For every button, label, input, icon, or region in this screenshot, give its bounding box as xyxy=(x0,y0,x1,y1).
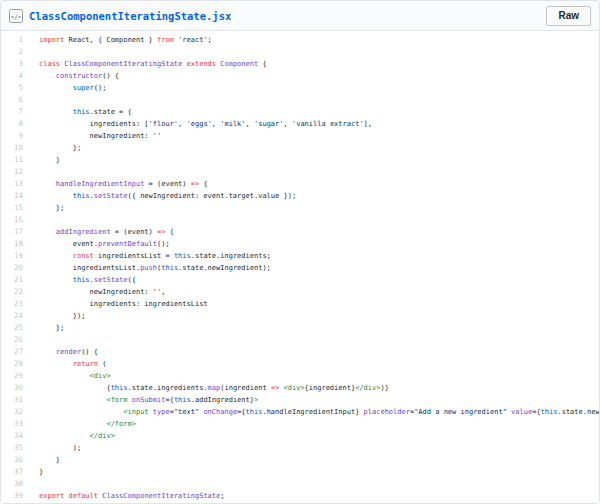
line-number[interactable]: 9 xyxy=(1,130,31,142)
code-line: 16 xyxy=(1,214,599,226)
code-text: addIngredient = (event) => { xyxy=(31,226,174,238)
line-number[interactable]: 20 xyxy=(1,262,31,274)
code-text: </form> xyxy=(31,418,136,430)
line-number[interactable]: 15 xyxy=(1,202,31,214)
line-number[interactable]: 10 xyxy=(1,142,31,154)
code-text: }; xyxy=(31,202,64,214)
line-number[interactable]: 19 xyxy=(1,250,31,262)
line-number[interactable]: 6 xyxy=(1,94,31,106)
svg-text:</>: </> xyxy=(11,12,22,19)
line-number[interactable]: 18 xyxy=(1,238,31,250)
code-line: 17 addIngredient = (event) => { xyxy=(1,226,599,238)
code-line: 20 ingredientsList.push(this.state.newIn… xyxy=(1,262,599,274)
line-number[interactable]: 7 xyxy=(1,106,31,118)
code-line: 23 ingredients: ingredientsList xyxy=(1,298,599,310)
code-line: 3class ClassComponentIteratingState exte… xyxy=(1,58,599,70)
code-text: }; xyxy=(31,142,81,154)
line-number[interactable]: 36 xyxy=(1,454,31,466)
code-text: this.setState({ xyxy=(31,274,136,286)
line-number[interactable]: 30 xyxy=(1,382,31,394)
line-number[interactable]: 21 xyxy=(1,274,31,286)
code-line: 11 } xyxy=(1,154,599,166)
code-line: 12 xyxy=(1,166,599,178)
line-number[interactable]: 17 xyxy=(1,226,31,238)
line-number[interactable]: 13 xyxy=(1,178,31,190)
code-line: 2 xyxy=(1,46,599,58)
code-text: ingredients: ingredientsList xyxy=(31,298,208,310)
line-number[interactable]: 38 xyxy=(1,478,31,490)
code-text: } xyxy=(31,466,43,478)
line-number[interactable]: 31 xyxy=(1,394,31,406)
code-text: super(); xyxy=(31,82,106,94)
file-viewer: </> ClassComponentIteratingState.jsx Raw… xyxy=(0,0,600,504)
code-line: 1import React, { Component } from 'react… xyxy=(1,34,599,46)
line-number[interactable]: 5 xyxy=(1,82,31,94)
line-number[interactable]: 32 xyxy=(1,406,31,418)
code-text: }; xyxy=(31,322,64,334)
code-text: render() { xyxy=(31,346,98,358)
code-text: <div> xyxy=(31,370,111,382)
code-text: return ( xyxy=(31,358,106,370)
code-text xyxy=(31,94,39,106)
code-text: this.state = { xyxy=(31,106,132,118)
file-header: </> ClassComponentIteratingState.jsx Raw xyxy=(1,1,599,31)
line-number[interactable]: 24 xyxy=(1,310,31,322)
code-line: 31 <form onSubmit={this.addIngredient}> xyxy=(1,394,599,406)
code-line: 39export default ClassComponentIterating… xyxy=(1,490,599,502)
code-line: 19 const ingredientsList = this.state.in… xyxy=(1,250,599,262)
line-number[interactable]: 16 xyxy=(1,214,31,226)
code-line: 37} xyxy=(1,466,599,478)
code-text: } xyxy=(31,154,60,166)
code-text: <input type="text" onChange={this.handle… xyxy=(31,406,599,418)
code-text xyxy=(31,334,39,346)
code-line: 9 newIngredient: '' xyxy=(1,130,599,142)
code-text: import React, { Component } from 'react'… xyxy=(31,34,212,46)
line-number[interactable]: 27 xyxy=(1,346,31,358)
code-text: ); xyxy=(31,442,81,454)
code-text: this.setState({ newIngredient: event.tar… xyxy=(31,190,296,202)
code-text: <form onSubmit={this.addIngredient}> xyxy=(31,394,258,406)
line-number[interactable]: 28 xyxy=(1,358,31,370)
line-number[interactable]: 4 xyxy=(1,70,31,82)
line-number[interactable]: 14 xyxy=(1,190,31,202)
line-number[interactable]: 33 xyxy=(1,418,31,430)
code-text: class ClassComponentIteratingState exten… xyxy=(31,58,267,70)
code-line: 26 xyxy=(1,334,599,346)
code-line: 18 event.preventDefault(); xyxy=(1,238,599,250)
code-text xyxy=(31,46,39,58)
line-number[interactable]: 11 xyxy=(1,154,31,166)
code-line: 5 super(); xyxy=(1,82,599,94)
code-line: 8 ingredients: ['flour', 'eggs', 'milk',… xyxy=(1,118,599,130)
line-number[interactable]: 2 xyxy=(1,46,31,58)
file-name-link[interactable]: ClassComponentIteratingState.jsx xyxy=(29,10,546,22)
line-number[interactable]: 37 xyxy=(1,466,31,478)
code-text: ingredients: ['flour', 'eggs', 'milk', '… xyxy=(31,118,372,130)
line-number[interactable]: 3 xyxy=(1,58,31,70)
code-text: {this.state.ingredients.map(ingredient =… xyxy=(31,382,389,394)
code-text: } xyxy=(31,454,60,466)
code-text: event.preventDefault(); xyxy=(31,238,170,250)
code-line: 6 xyxy=(1,94,599,106)
line-number[interactable]: 25 xyxy=(1,322,31,334)
code-line: 30 {this.state.ingredients.map(ingredien… xyxy=(1,382,599,394)
line-number[interactable]: 12 xyxy=(1,166,31,178)
line-number[interactable]: 22 xyxy=(1,286,31,298)
code-text: newIngredient: '' xyxy=(31,130,161,142)
code-line: 7 this.state = { xyxy=(1,106,599,118)
raw-button[interactable]: Raw xyxy=(546,6,591,26)
jsx-file-icon: </> xyxy=(9,9,23,23)
line-number[interactable]: 1 xyxy=(1,34,31,46)
line-number[interactable]: 26 xyxy=(1,334,31,346)
code-table: 1import React, { Component } from 'react… xyxy=(1,34,599,502)
line-number[interactable]: 39 xyxy=(1,490,31,502)
code-area: 1import React, { Component } from 'react… xyxy=(1,31,599,504)
code-text: handleIngredientInput = (event) => { xyxy=(31,178,208,190)
line-number[interactable]: 8 xyxy=(1,118,31,130)
line-number[interactable]: 35 xyxy=(1,442,31,454)
code-line: 27 render() { xyxy=(1,346,599,358)
line-number[interactable]: 29 xyxy=(1,370,31,382)
line-number[interactable]: 34 xyxy=(1,430,31,442)
code-line: 33 </form> xyxy=(1,418,599,430)
line-number[interactable]: 23 xyxy=(1,298,31,310)
code-text xyxy=(31,478,39,490)
